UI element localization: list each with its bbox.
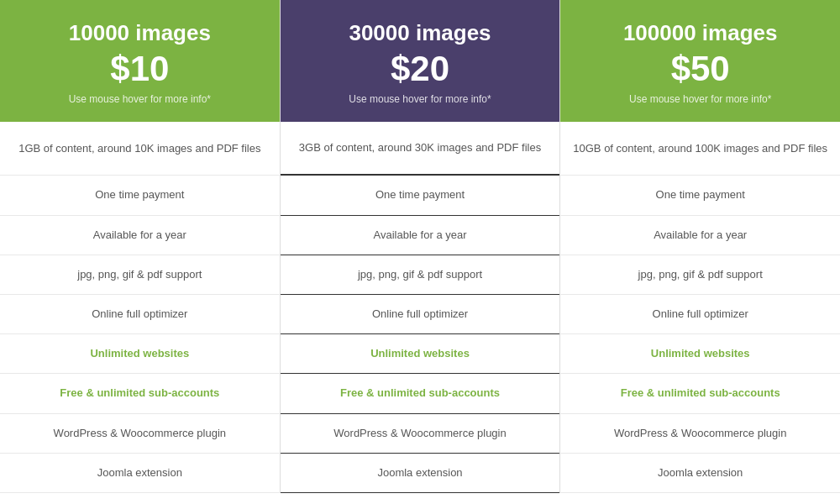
feature-row-1: Available for a year xyxy=(0,216,280,255)
feature-row-3: Online full optimizer xyxy=(281,295,560,334)
plan-hover-premium: Use mouse hover for more info* xyxy=(574,93,827,105)
pricing-table: 10000 images$10Use mouse hover for more … xyxy=(0,0,840,493)
feature-row-3: Online full optimizer xyxy=(560,295,840,334)
plan-price-standard: $20 xyxy=(294,50,547,88)
pricing-column-basic: 10000 images$10Use mouse hover for more … xyxy=(0,0,281,493)
feature-row-6: WordPress & Woocommerce plugin xyxy=(0,414,280,454)
plan-header-premium: 100000 images$50Use mouse hover for more… xyxy=(560,0,840,122)
feature-row-0: One time payment xyxy=(0,176,280,215)
plan-images-standard: 30000 images xyxy=(294,20,547,46)
feature-row-5: Free & unlimited sub-accounts xyxy=(281,374,560,413)
feature-row-2: jpg, png, gif & pdf support xyxy=(560,255,840,295)
plan-images-premium: 100000 images xyxy=(574,20,827,46)
feature-row-7: Joomla extension xyxy=(0,454,280,493)
feature-row-6: WordPress & Woocommerce plugin xyxy=(560,414,840,454)
plan-price-basic: $10 xyxy=(13,50,266,88)
feature-row-1: Available for a year xyxy=(560,216,840,255)
feature-row-2: jpg, png, gif & pdf support xyxy=(0,255,280,295)
plan-description-premium: 10GB of content, around 100K images and … xyxy=(560,122,840,176)
feature-row-3: Online full optimizer xyxy=(0,295,280,334)
feature-row-0: One time payment xyxy=(281,176,560,215)
plan-images-basic: 10000 images xyxy=(13,20,266,46)
feature-row-7: Joomla extension xyxy=(281,454,560,493)
feature-row-2: jpg, png, gif & pdf support xyxy=(281,255,560,295)
plan-header-basic: 10000 images$10Use mouse hover for more … xyxy=(0,0,280,122)
plan-hover-basic: Use mouse hover for more info* xyxy=(13,93,266,105)
plan-description-standard: 3GB of content, around 30K images and PD… xyxy=(281,122,560,176)
feature-row-5: Free & unlimited sub-accounts xyxy=(560,374,840,413)
feature-row-0: One time payment xyxy=(560,176,840,215)
pricing-column-standard: 30000 images$20Use mouse hover for more … xyxy=(281,0,561,493)
feature-row-4: Unlimited websites xyxy=(281,334,560,374)
feature-row-6: WordPress & Woocommerce plugin xyxy=(281,414,560,454)
feature-row-4: Unlimited websites xyxy=(0,334,280,374)
plan-description-basic: 1GB of content, around 10K images and PD… xyxy=(0,122,280,176)
feature-row-7: Joomla extension xyxy=(560,454,840,493)
feature-row-4: Unlimited websites xyxy=(560,334,840,374)
plan-header-standard: 30000 images$20Use mouse hover for more … xyxy=(281,0,560,122)
feature-row-5: Free & unlimited sub-accounts xyxy=(0,374,280,413)
plan-price-premium: $50 xyxy=(574,50,827,88)
pricing-column-premium: 100000 images$50Use mouse hover for more… xyxy=(560,0,840,493)
plan-hover-standard: Use mouse hover for more info* xyxy=(294,93,547,105)
feature-row-1: Available for a year xyxy=(281,216,560,255)
